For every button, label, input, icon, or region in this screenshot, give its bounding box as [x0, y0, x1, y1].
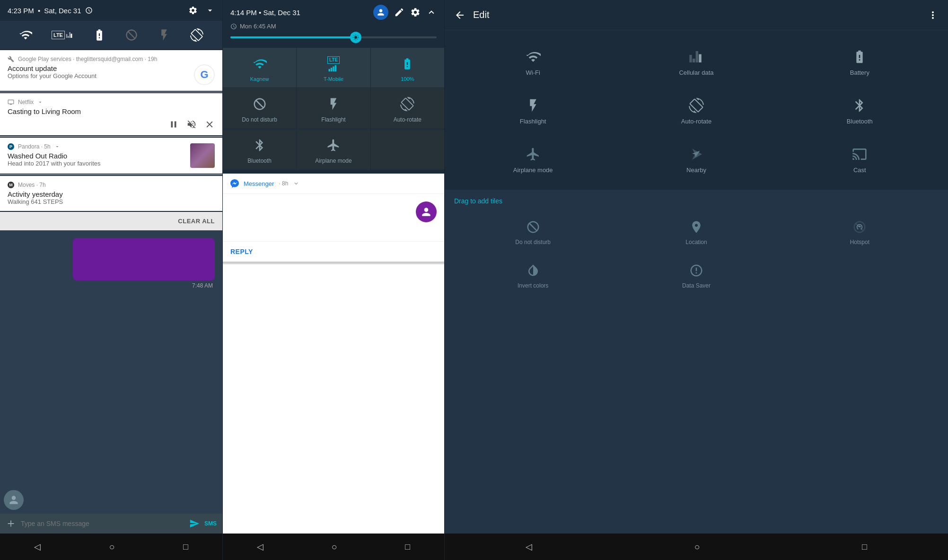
drag-section-label: Drag to add tiles — [445, 190, 948, 210]
qs-tile-cellular[interactable]: LTE T-Mobile — [297, 48, 370, 88]
qs-tile-battery[interactable]: 100% — [371, 48, 444, 88]
add-icon-sms[interactable] — [6, 518, 16, 529]
reply-button[interactable]: REPLY — [230, 248, 253, 255]
edit-tile-cast[interactable]: Cast — [779, 135, 940, 182]
drag-tiles-grid: Do not disturb Location Hotspot — [445, 210, 948, 303]
recent-nav-btn-p3[interactable]: □ — [862, 542, 867, 552]
netflix-app-label: Netflix — [18, 99, 34, 105]
flashlight-status-icon — [158, 28, 171, 42]
datasaver-drag-icon — [689, 263, 703, 278]
back-nav-btn-p3[interactable]: ◁ — [526, 542, 532, 552]
battery-tile-label: 100% — [401, 76, 414, 82]
pandora-app-label: Pandora · 5h — [18, 143, 51, 150]
quick-settings-panel: 4:14 PM • Sat, Dec 31 Mon 6:45 AM — [222, 0, 445, 560]
netflix-actions — [8, 119, 215, 130]
mute-icon[interactable] — [186, 119, 197, 130]
moves-logo: M — [8, 182, 14, 188]
expand-icon-panel1[interactable] — [205, 6, 215, 15]
panel2-time-date: 4:14 PM • Sat, Dec 31 — [230, 9, 300, 17]
status-time-panel1: 4:23 PM • Sat, Dec 31 — [8, 7, 93, 15]
sms-input-field[interactable] — [21, 520, 184, 527]
edit-tile-airplane[interactable]: Airplane mode — [452, 135, 614, 182]
nav-bar-panel1: ◁ ○ □ — [0, 534, 222, 560]
hotspot-drag-label: Hotspot — [850, 239, 869, 245]
more-vert-icon[interactable] — [927, 9, 939, 21]
edit-tile-wifi[interactable]: Wi-Fi — [452, 38, 614, 85]
pandora-thumbnail — [190, 143, 215, 168]
drag-tile-invertcolors[interactable]: Invert colors — [452, 254, 614, 296]
edit-tile-battery[interactable]: Battery — [779, 38, 940, 85]
back-nav-btn-p2[interactable]: ◁ — [257, 542, 263, 552]
qs-tile-wifi[interactable]: Kagnew — [223, 48, 296, 88]
autorotate-tile-label: Auto-rotate — [394, 116, 421, 123]
home-nav-btn-p1[interactable]: ○ — [109, 542, 115, 552]
wifi-tile-label: Kagnew — [250, 76, 269, 82]
qs-tile-airplane[interactable]: Airplane mode — [297, 129, 370, 170]
drag-tile-hotspot[interactable]: Hotspot — [779, 210, 940, 252]
back-arrow-icon-edit[interactable] — [454, 9, 465, 21]
send-sms-icon[interactable] — [189, 518, 200, 529]
edit-tile-autorotate[interactable]: Auto-rotate — [615, 87, 777, 133]
battery-tile-icon — [399, 55, 416, 72]
edit-page-title: Edit — [473, 9, 920, 20]
brightness-slider[interactable] — [230, 36, 437, 38]
wifi-tile-icon — [251, 55, 268, 72]
edit-tile-cellular[interactable]: Cellular data — [615, 38, 777, 85]
drag-tile-location[interactable]: Location — [615, 210, 777, 252]
qs-tile-autorotate[interactable]: Auto-rotate — [371, 88, 444, 129]
monitor-icon — [8, 99, 14, 105]
edit-icon-panel2[interactable] — [394, 7, 404, 18]
messenger-logo-icon — [230, 179, 239, 188]
edit-header: Edit — [445, 0, 948, 30]
svg-rect-2 — [333, 67, 334, 72]
collapse-icon-panel2[interactable] — [426, 7, 437, 18]
panel2-messenger-area: Messenger · 8h REPLY — [223, 174, 444, 534]
user-avatar[interactable] — [373, 5, 388, 20]
flashlight-tile-icon — [325, 96, 342, 113]
sms-avatar — [4, 490, 24, 510]
recent-nav-btn-p1[interactable]: □ — [183, 542, 188, 552]
pause-icon[interactable] — [168, 119, 179, 130]
edit-tile-flashlight[interactable]: Flashlight — [452, 87, 614, 133]
date-panel1: Sat, Dec 31 — [44, 7, 81, 15]
messenger-time-label: · 8h — [279, 180, 288, 187]
home-nav-btn-p2[interactable]: ○ — [332, 542, 337, 552]
time-panel1: 4:23 PM — [8, 7, 34, 15]
expand-icon-messenger[interactable] — [293, 180, 299, 187]
drag-tile-datasaver[interactable]: Data Saver — [615, 254, 777, 296]
svg-rect-1 — [331, 68, 333, 71]
google-notif-title: Account update — [8, 64, 97, 72]
dropdown-icon-pandora[interactable] — [54, 144, 60, 149]
alarm-icon — [85, 7, 93, 14]
wrench-icon — [8, 56, 14, 62]
moves-notif-title: Activity yesterday — [8, 190, 215, 198]
cellular-tile-icon: LTE — [325, 55, 342, 72]
separator2 — [223, 263, 444, 264]
edit-tile-nearby[interactable]: Nearby — [615, 135, 777, 182]
qs-tile-dnd[interactable]: Do not disturb — [223, 88, 296, 129]
flashlight-edit-label: Flashlight — [520, 118, 546, 125]
settings-icon-panel2[interactable] — [410, 7, 421, 18]
battery-charging-icon — [93, 28, 106, 42]
qs-tile-flashlight[interactable]: Flashlight — [297, 88, 370, 129]
recent-nav-btn-p2[interactable]: □ — [405, 542, 410, 552]
autorotate-status-icon — [190, 28, 203, 42]
sms-label: SMS — [204, 520, 217, 527]
wifi-edit-icon — [526, 49, 541, 64]
clear-all-label[interactable]: CLEAR ALL — [178, 218, 215, 225]
brightness-thumb[interactable] — [350, 32, 361, 43]
bluetooth-tile-label: Bluetooth — [247, 158, 272, 164]
messenger-avatar — [416, 201, 437, 222]
settings-icon-panel1[interactable] — [188, 6, 198, 15]
pandora-notif-subtitle: Head into 2017 with your favorites — [8, 160, 190, 167]
edit-tile-bluetooth[interactable]: Bluetooth — [779, 87, 940, 133]
home-nav-btn-p3[interactable]: ○ — [694, 542, 700, 552]
back-nav-btn-p1[interactable]: ◁ — [34, 542, 41, 552]
notification-google: Google Play services · theglittersquid@g… — [0, 50, 222, 91]
drag-tile-dnd[interactable]: Do not disturb — [452, 210, 614, 252]
dropdown-icon-netflix[interactable] — [37, 99, 43, 105]
netflix-notif-title: Casting to Living Room — [8, 107, 215, 115]
close-icon-netflix[interactable] — [204, 119, 215, 130]
qs-tile-bluetooth[interactable]: Bluetooth — [223, 129, 296, 170]
messenger-notif-header: Messenger · 8h — [223, 174, 444, 194]
